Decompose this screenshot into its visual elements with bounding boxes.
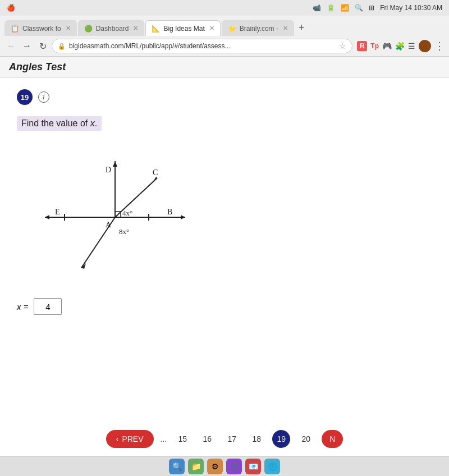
svg-text:A: A (106, 221, 112, 229)
ext-game-icon: 🎮 (382, 42, 392, 51)
question-number-area: 19 i (17, 89, 49, 105)
info-icon[interactable]: i (38, 91, 49, 103)
battery-icon: 🔋 (327, 4, 335, 12)
svg-line-9 (115, 178, 157, 217)
tab-classwork-favicon: 📋 (11, 25, 19, 33)
svg-text:8x°: 8x° (119, 227, 129, 236)
address-bar-row: ← → ↻ 🔒 bigideasmath.com/MRL/public/app/… (0, 36, 449, 56)
dock-item-4[interactable]: 🎵 (226, 459, 242, 474)
tab-bigideas-label: Big Ideas Mat (163, 25, 204, 33)
profile-avatar[interactable] (419, 40, 431, 52)
browser-menu[interactable]: ⋮ (434, 40, 445, 52)
forward-button[interactable]: → (20, 39, 34, 53)
geometry-diagram: E B D C A 4x° 8x° (28, 155, 196, 279)
prev-label: PREV (122, 434, 143, 443)
search-icon: 🔍 (355, 4, 363, 12)
tab-brainly-close[interactable]: ✕ (283, 25, 288, 32)
ellipsis: ... (161, 434, 167, 443)
answer-area: x = (17, 298, 432, 315)
tab-bar: 📋 Classwork fo ✕ 🟢 Dashboard ✕ 📐 Big Ide… (0, 16, 449, 36)
ext-puzzle-icon: 🧩 (395, 42, 405, 51)
next-button[interactable]: N (322, 430, 343, 448)
problem-statement: Find the value of x. (17, 116, 102, 131)
video-icon: 📹 (313, 4, 321, 12)
page-17-button[interactable]: 17 (223, 430, 241, 448)
svg-marker-10 (153, 177, 157, 182)
tab-dashboard[interactable]: 🟢 Dashboard ✕ (78, 20, 145, 36)
tab-dashboard-favicon: 🟢 (84, 25, 93, 33)
dock-item-5[interactable]: 📧 (245, 459, 261, 474)
apple-icon: 🍎 (7, 4, 15, 12)
reload-button[interactable]: ↻ (36, 39, 49, 53)
ext-r-icon: R (357, 41, 367, 51)
tab-bigideas-close[interactable]: ✕ (209, 25, 214, 32)
tab-brainly-favicon: ⭐ (228, 25, 236, 33)
tab-classwork[interactable]: 📋 Classwork fo ✕ (4, 20, 77, 36)
page-15-button[interactable]: 15 (173, 430, 191, 448)
system-bar-left: 🍎 (7, 4, 15, 12)
main-content: 19 i Find the value of x. (0, 78, 449, 326)
dock-item-2[interactable]: 📁 (188, 459, 204, 474)
wifi-icon: 📶 (341, 4, 349, 12)
bookmark-icon: ☆ (339, 42, 346, 51)
ext-list-icon: ☰ (408, 42, 415, 51)
page-header: Angles Test (0, 57, 449, 78)
svg-marker-2 (45, 215, 49, 219)
url-text: bigideasmath.com/MRL/public/app/#/studen… (69, 42, 336, 50)
answer-label: x = (17, 302, 28, 312)
bottom-nav: ‹ PREV ... 15 16 17 18 19 20 N (0, 424, 449, 454)
svg-text:E: E (55, 208, 60, 216)
page-16-button[interactable]: 16 (198, 430, 216, 448)
datetime: Fri May 14 10:30 AM (380, 4, 442, 12)
dock-item-3[interactable]: ⚙ (207, 459, 223, 474)
browser-chrome: 📋 Classwork fo ✕ 🟢 Dashboard ✕ 📐 Big Ide… (0, 16, 449, 57)
address-field[interactable]: 🔒 bigideasmath.com/MRL/public/app/#/stud… (52, 39, 352, 53)
dock: 🔍 📁 ⚙ 🎵 📧 🌐 (0, 456, 449, 476)
tab-bigideas[interactable]: 📐 Big Ideas Mat ✕ (145, 20, 220, 36)
svg-text:4x°: 4x° (122, 209, 132, 217)
page-title: Angles Test (9, 61, 66, 72)
tab-dashboard-close[interactable]: ✕ (133, 25, 138, 32)
prev-chevron-icon: ‹ (116, 434, 119, 443)
dock-item-1[interactable]: 🔍 (169, 459, 185, 474)
ext-tp-icon: Tp (370, 42, 379, 50)
tab-classwork-label: Classwork fo (22, 25, 61, 33)
diagram-container: E B D C A 4x° 8x° (28, 155, 432, 281)
problem-text: Find the value of x. (17, 116, 432, 144)
svg-text:B: B (167, 208, 172, 216)
question-badge: 19 (17, 89, 33, 105)
extension-icons: R Tp 🎮 🧩 ☰ ⋮ (357, 40, 445, 52)
svg-text:D: D (106, 166, 111, 174)
tab-dashboard-label: Dashboard (96, 25, 129, 33)
new-tab-button[interactable]: + (295, 22, 308, 34)
tab-classwork-close[interactable]: ✕ (66, 25, 71, 32)
control-center-icon: ⊞ (369, 4, 374, 12)
page-19-button[interactable]: 19 (272, 430, 290, 448)
page-18-button[interactable]: 18 (248, 430, 265, 448)
tab-brainly[interactable]: ⭐ Brainly.com - ✕ (222, 20, 294, 36)
lock-icon: 🔒 (58, 43, 66, 50)
back-button[interactable]: ← (4, 39, 18, 53)
answer-input[interactable] (34, 298, 62, 315)
dock-item-6[interactable]: 🌐 (264, 459, 280, 474)
system-bar: 🍎 📹 🔋 📶 🔍 ⊞ Fri May 14 10:30 AM (0, 0, 449, 16)
tab-brainly-label: Brainly.com - (240, 25, 278, 33)
system-bar-right: 📹 🔋 📶 🔍 ⊞ Fri May 14 10:30 AM (313, 4, 442, 12)
prev-button[interactable]: ‹ PREV (106, 430, 154, 448)
svg-marker-6 (113, 161, 117, 167)
svg-text:C: C (153, 168, 158, 177)
svg-marker-1 (181, 215, 185, 219)
page-20-button[interactable]: 20 (297, 430, 315, 448)
tab-bigideas-favicon: 📐 (152, 25, 160, 33)
